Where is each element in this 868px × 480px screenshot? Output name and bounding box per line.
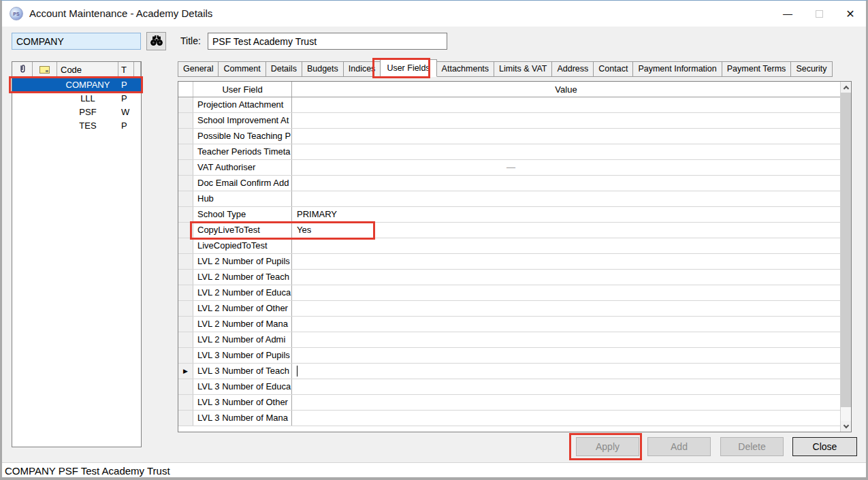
value-cell[interactable] <box>292 411 840 426</box>
tab-user-fields[interactable]: User Fields <box>380 59 436 77</box>
table-row[interactable]: Possible No Teaching P <box>178 129 840 144</box>
tab-budgets[interactable]: Budgets <box>302 61 344 77</box>
close-button[interactable]: Close <box>792 437 857 456</box>
value-cell[interactable] <box>292 348 840 363</box>
row-selector[interactable] <box>178 317 193 332</box>
scroll-up-button[interactable] <box>841 82 851 93</box>
tab-payment-information[interactable]: Payment Information <box>632 61 722 77</box>
list-item-psf[interactable]: PSF W <box>12 105 141 118</box>
value-cell[interactable] <box>292 285 840 300</box>
table-row[interactable]: Projection Attachment <box>178 97 840 113</box>
table-row[interactable]: LVL 2 Number of Other <box>178 301 840 317</box>
table-row[interactable]: LVL 3 Number of Mana <box>178 411 840 426</box>
tab-address[interactable]: Address <box>551 61 594 77</box>
value-cell[interactable] <box>292 395 840 410</box>
user-field-cell: LVL 2 Number of Teach <box>193 270 292 285</box>
minimize-button[interactable]: — <box>772 1 803 27</box>
table-row[interactable]: LVL 2 Number of Pupils <box>178 254 840 270</box>
table-row[interactable]: LVL 3 Number of Other <box>178 395 840 411</box>
value-cell[interactable] <box>292 97 840 112</box>
tab-limits-vat[interactable]: Limits & VAT <box>494 61 552 77</box>
value-cell[interactable] <box>292 129 840 144</box>
list-item-tes[interactable]: TES P <box>12 118 141 132</box>
row-selector[interactable] <box>178 191 193 206</box>
delete-button[interactable]: Delete <box>720 437 784 456</box>
add-button[interactable]: Add <box>647 437 711 456</box>
table-row[interactable]: LiveCopiedToTest <box>178 238 840 254</box>
table-row[interactable]: LVL 2 Number of Mana <box>178 317 840 332</box>
maximize-button[interactable] <box>803 1 835 27</box>
value-cell[interactable]: — <box>292 160 840 175</box>
value-cell[interactable]: PRIMARY <box>292 207 840 222</box>
tab-comment[interactable]: Comment <box>218 61 266 77</box>
tab-contact[interactable]: Contact <box>593 61 633 77</box>
list-item-lll[interactable]: LLL P <box>12 91 141 105</box>
row-selector[interactable] <box>178 113 193 128</box>
attachment-column-header[interactable] <box>12 62 33 78</box>
table-row[interactable]: LVL 2 Number of Educa <box>178 285 840 301</box>
tab-details[interactable]: Details <box>266 61 302 77</box>
value-cell[interactable] <box>292 191 840 206</box>
value-cell[interactable] <box>292 317 840 332</box>
tab-general[interactable]: General <box>178 61 219 77</box>
tab-attachments[interactable]: Attachments <box>436 61 494 77</box>
table-row[interactable]: LVL 2 Number of Admi <box>178 332 840 348</box>
table-row-school-type[interactable]: School TypePRIMARY <box>178 207 840 223</box>
row-selector[interactable] <box>178 207 193 222</box>
scrollbar-thumb[interactable] <box>841 93 851 407</box>
scroll-down-button[interactable] <box>841 421 851 432</box>
tab-indices[interactable]: Indices <box>343 61 381 77</box>
table-row-copylivetotest[interactable]: CopyLiveToTestYes <box>178 223 840 238</box>
value-cell[interactable] <box>292 270 840 285</box>
list-item-company[interactable]: COMPANY P <box>12 78 141 91</box>
company-search-input[interactable] <box>12 33 141 50</box>
row-selector[interactable] <box>178 411 193 426</box>
row-selector[interactable] <box>178 395 193 410</box>
value-cell[interactable] <box>292 379 840 394</box>
row-selector[interactable]: ▶ <box>178 364 193 379</box>
value-cell[interactable] <box>292 254 840 269</box>
row-selector[interactable] <box>178 223 193 238</box>
row-selector[interactable] <box>178 348 193 363</box>
row-selector[interactable] <box>178 379 193 394</box>
row-selector[interactable] <box>178 332 193 347</box>
value-cell[interactable] <box>292 364 840 379</box>
table-row[interactable]: Teacher Periods Timeta <box>178 144 840 160</box>
table-row-vat-authoriser[interactable]: VAT Authoriser— <box>178 160 840 176</box>
table-row[interactable]: LVL 2 Number of Teach <box>178 270 840 285</box>
apply-button[interactable]: Apply <box>576 437 639 456</box>
value-cell[interactable] <box>292 113 840 128</box>
value-cell[interactable] <box>292 301 840 316</box>
tab-payment-terms[interactable]: Payment Terms <box>722 61 792 77</box>
table-row[interactable]: Doc Email Confirm Add <box>178 176 840 191</box>
value-cell[interactable]: Yes <box>292 223 840 238</box>
close-window-button[interactable]: ✕ <box>835 1 866 27</box>
row-selector[interactable] <box>178 254 193 269</box>
vertical-scrollbar[interactable] <box>840 82 851 432</box>
title-input[interactable] <box>208 33 447 50</box>
row-selector[interactable] <box>178 301 193 316</box>
table-row[interactable]: LVL 3 Number of Educa <box>178 379 840 395</box>
value-cell[interactable] <box>292 144 840 159</box>
code-column-header[interactable]: Code <box>57 62 118 78</box>
table-row-current[interactable]: ▶LVL 3 Number of Teach <box>178 364 840 379</box>
row-selector[interactable] <box>178 160 193 175</box>
tab-security[interactable]: Security <box>790 61 832 77</box>
table-row[interactable]: School Improvement At <box>178 113 840 129</box>
note-column-header[interactable] <box>33 62 57 78</box>
user-field-cell: Projection Attachment <box>193 97 292 112</box>
row-selector[interactable] <box>178 270 193 285</box>
row-selector[interactable] <box>178 285 193 300</box>
row-selector[interactable] <box>178 129 193 144</box>
table-row[interactable]: LVL 3 Number of Pupils <box>178 348 840 364</box>
type-column-header[interactable]: T <box>118 62 134 78</box>
table-row[interactable]: Hub <box>178 191 840 207</box>
value-cell[interactable] <box>292 238 840 253</box>
row-selector[interactable] <box>178 97 193 112</box>
row-selector[interactable] <box>178 238 193 253</box>
value-cell[interactable] <box>292 332 840 347</box>
value-cell[interactable] <box>292 176 840 191</box>
row-selector[interactable] <box>178 144 193 159</box>
row-selector[interactable] <box>178 176 193 191</box>
find-button[interactable] <box>146 32 166 50</box>
